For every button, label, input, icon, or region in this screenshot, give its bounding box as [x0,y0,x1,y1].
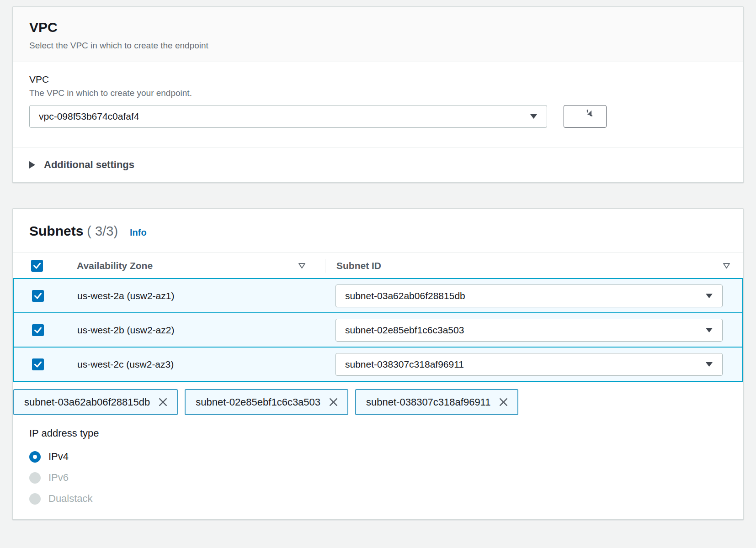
additional-settings-toggle[interactable]: Additional settings [13,147,743,182]
subnets-card: Subnets( 3/3) Info Availability Zone Sub… [12,208,744,520]
vpc-field-label: VPC [29,74,727,85]
table-row[interactable]: us-west-2a (usw2-az1) subnet-03a62ab06f2… [13,278,743,313]
sort-icon-availability-zone[interactable] [298,263,306,269]
subnets-count: ( 3/3) [87,224,118,238]
radio-label: Dualstack [48,493,93,505]
token-close-button[interactable] [158,397,168,407]
subnets-card-title: Subnets( 3/3) [29,223,118,239]
radio-disabled-icon [29,472,41,484]
radio-option-ipv4[interactable]: IPv4 [29,450,727,464]
close-icon [158,397,168,407]
availability-zone-cell: us-west-2a (usw2-az1) [77,290,305,301]
token-label: subnet-02e85ebf1c6c3a503 [196,396,320,408]
subnet-token: subnet-03a62ab06f28815db [13,389,178,415]
subnet-select-value: subnet-02e85ebf1c6c3a503 [345,325,464,336]
refresh-button[interactable] [564,105,607,128]
selected-subnet-tokens: subnet-03a62ab06f28815db subnet-02e85ebf… [13,389,743,415]
refresh-icon [578,110,592,124]
chevron-down-icon [705,362,713,367]
subnet-id-select[interactable]: subnet-03a62ab06f28815db [335,285,723,307]
token-close-button[interactable] [328,397,339,407]
row-checkbox[interactable] [32,324,44,336]
check-icon [34,293,42,299]
table-row[interactable]: us-west-2c (usw2-az3) subnet-038307c318a… [13,347,743,382]
close-icon [328,397,339,407]
token-close-button[interactable] [498,397,509,407]
radio-option-ipv6: IPv6 [29,471,727,485]
expand-triangle-icon [29,161,35,169]
subnet-id-select[interactable]: subnet-02e85ebf1c6c3a503 [335,319,723,342]
radio-label: IPv6 [48,472,69,484]
check-icon [34,327,42,333]
vpc-card-title: VPC [29,20,727,35]
vpc-card-description: Select the VPC in which to create the en… [29,41,727,51]
radio-disabled-icon [29,493,41,505]
chevron-down-icon [705,327,713,333]
ip-address-type-label: IP address type [29,427,727,439]
subnet-id-select[interactable]: subnet-038307c318af96911 [335,353,723,376]
additional-settings-label: Additional settings [44,159,134,171]
radio-option-dualstack: Dualstack [29,492,727,506]
vpc-card-header: VPC Select the VPC in which to create th… [13,7,743,62]
vpc-select-value: vpc-098f53b674c0afaf4 [39,111,139,122]
vpc-field-description: The VPC in which to create your endpoint… [29,88,727,98]
info-link[interactable]: Info [130,227,147,238]
select-all-checkbox[interactable] [31,260,43,272]
subnets-card-header: Subnets( 3/3) Info [13,209,743,252]
token-label: subnet-03a62ab06f28815db [24,396,150,408]
subnet-token: subnet-038307c318af96911 [355,389,518,415]
column-header-availability-zone: Availability Zone [77,260,298,271]
vpc-card: VPC Select the VPC in which to create th… [12,6,744,183]
close-icon [498,397,509,407]
subnet-token: subnet-02e85ebf1c6c3a503 [185,389,348,415]
row-checkbox[interactable] [32,358,44,370]
subnet-select-value: subnet-03a62ab06f28815db [345,290,465,301]
table-row[interactable]: us-west-2b (usw2-az2) subnet-02e85ebf1c6… [13,312,743,348]
ip-address-type-section: IP address type IPv4 IPv6 Dualstack [13,415,743,519]
availability-zone-cell: us-west-2b (usw2-az2) [77,325,305,336]
subnets-table-header: Availability Zone Subnet ID [13,252,743,279]
chevron-down-icon [530,114,538,119]
subnets-title-text: Subnets [29,223,83,238]
vpc-select[interactable]: vpc-098f53b674c0afaf4 [29,105,547,128]
row-checkbox[interactable] [32,290,44,302]
token-label: subnet-038307c318af96911 [366,396,490,408]
vpc-card-body: VPC The VPC in which to create your endp… [13,62,743,147]
check-icon [34,361,42,368]
radio-label: IPv4 [48,451,69,463]
page: VPC Select the VPC in which to create th… [0,0,756,520]
check-icon [33,263,41,269]
chevron-down-icon [705,293,713,299]
availability-zone-cell: us-west-2c (usw2-az3) [77,359,305,370]
radio-selected-icon[interactable] [29,451,41,463]
sort-icon-subnet-id[interactable] [723,263,730,269]
subnet-select-value: subnet-038307c318af96911 [345,359,464,370]
column-header-subnet-id: Subnet ID [336,260,723,271]
